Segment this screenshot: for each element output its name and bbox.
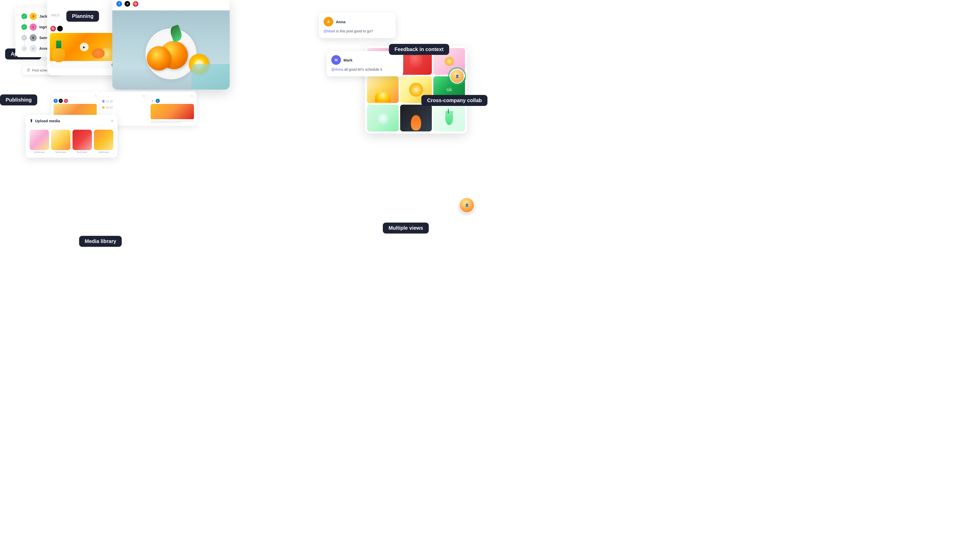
feedback-text-mark: @Anna all good let's schedule it.	[331, 67, 399, 72]
upload-img-4	[94, 130, 113, 150]
avatar-samuel: S	[30, 34, 37, 41]
upload-media-card: ⬆ Upload media × landscape landscape lan…	[25, 115, 118, 158]
orange-2	[147, 46, 171, 70]
cal-post-image: ▶	[50, 33, 119, 61]
cal-post-block: ▶ ✓	[50, 33, 119, 68]
time-dot-purple	[102, 100, 105, 103]
avatar-ingrid: I	[30, 24, 37, 31]
feedback-header-mark: M Mark	[331, 55, 399, 65]
upload-img-wrapper-4: landscape	[94, 130, 113, 154]
media-cell-9	[433, 105, 465, 131]
upload-title: ⬆ Upload media	[30, 118, 60, 123]
feedback-badge: Feedback in context	[389, 44, 449, 55]
facebook-icon: f	[116, 1, 122, 6]
upload-img-1	[30, 130, 49, 150]
play-button[interactable]: ▶	[80, 43, 89, 51]
social-icons-row: ◎ ♪	[47, 25, 121, 33]
collab-avatar-2: 👤	[459, 197, 475, 213]
tiktok-icon: ♪	[57, 26, 63, 32]
instagram-icon: ◎	[50, 26, 56, 32]
twitter-x-icon: ✕	[124, 1, 130, 6]
cell-11-post	[151, 104, 194, 124]
time-slot-2: 15:20	[102, 106, 145, 109]
clock-icon: ⏱	[27, 68, 30, 73]
feedback-card-anna: A Anna @Mark is this post good to go?	[319, 13, 396, 38]
teal-cloth	[191, 64, 230, 89]
avatar-anna: A	[324, 17, 333, 27]
feedback-header-anna: A Anna	[324, 17, 391, 27]
collab-ring	[448, 67, 466, 85]
upload-header: ⬆ Upload media ×	[25, 115, 118, 126]
upload-close-button[interactable]: ×	[111, 119, 113, 123]
media-cell-8	[400, 105, 432, 131]
upload-img-2	[51, 130, 70, 150]
ig-icon-small: ◎	[64, 99, 68, 103]
time-dot-yellow	[102, 106, 105, 109]
linkedin-icon-small: in	[156, 99, 160, 103]
multiple-views-badge: Multiple views	[383, 223, 429, 234]
upload-img-3	[73, 130, 92, 150]
cell-social-icons: f ✕ ◎	[54, 99, 97, 103]
main-image-card: f ✕ ◎	[112, 0, 230, 89]
upload-img-wrapper-3: landscape	[73, 130, 92, 154]
media-library-badge: Media library	[79, 236, 122, 247]
post-lines	[151, 119, 194, 124]
avatar-mark: M	[331, 55, 341, 65]
feedback-text-anna: @Mark is this post good to go?	[324, 29, 391, 34]
media-cell-4	[367, 76, 399, 103]
upload-img-wrapper-1: landscape	[30, 130, 49, 154]
avatar-anne: A	[30, 45, 37, 52]
avatar-jack: J	[30, 13, 37, 20]
upload-img-wrapper-2: landscape	[51, 130, 70, 154]
instagram-icon-2: ◎	[133, 1, 138, 6]
upload-images-row: landscape landscape landscape landscape	[25, 126, 118, 158]
pineapple-visual	[52, 41, 65, 61]
cell-social-icons-2: G in	[151, 99, 194, 103]
upload-icon: ⬆	[30, 118, 33, 123]
google-icon-small: G	[151, 99, 155, 103]
fb-icon-small: f	[54, 99, 58, 103]
social-header: f ✕ ◎	[112, 0, 230, 11]
cross-company-badge: Cross-company collab	[422, 95, 487, 106]
media-cell-7	[367, 105, 399, 131]
main-photo-area	[112, 11, 230, 89]
check-anne: ○	[21, 46, 27, 51]
time-slot-1: 12:16	[102, 100, 145, 103]
week-cell-11: 11 G in	[148, 92, 197, 126]
publishing-badge: Publishing	[0, 94, 37, 105]
x-icon-small: ✕	[59, 99, 63, 103]
planning-badge: Planning	[66, 11, 99, 22]
main-scene: Approvals ✓ J Jack ✓ I Ingrid ✓ S Samuel…	[0, 0, 490, 274]
